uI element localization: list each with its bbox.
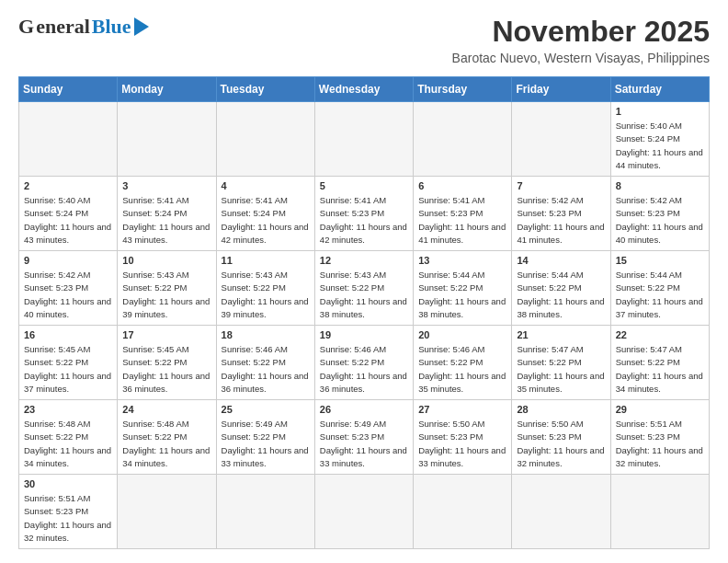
day-info: Sunrise: 5:44 AMSunset: 5:22 PMDaylight:…	[517, 269, 605, 321]
day-number: 28	[517, 404, 605, 415]
day-info: Sunrise: 5:44 AMSunset: 5:22 PMDaylight:…	[418, 269, 506, 321]
sunrise-text: Sunrise: 5:40 AM	[24, 195, 90, 205]
page-header: G eneral Blue November 2025 Barotac Nuev…	[18, 15, 710, 65]
day-info: Sunrise: 5:50 AMSunset: 5:23 PMDaylight:…	[517, 418, 605, 470]
logo-area: G eneral Blue	[18, 15, 149, 39]
day-number: 21	[517, 329, 605, 340]
sunrise-text: Sunrise: 5:43 AM	[222, 270, 288, 280]
day-info: Sunrise: 5:41 AMSunset: 5:24 PMDaylight:…	[222, 194, 310, 247]
day-info: Sunrise: 5:42 AMSunset: 5:23 PMDaylight:…	[517, 194, 605, 247]
sunrise-text: Sunrise: 5:41 AM	[122, 195, 188, 205]
calendar-cell: 30Sunrise: 5:51 AMSunset: 5:23 PMDayligh…	[19, 475, 118, 549]
sunrise-text: Sunrise: 5:41 AM	[418, 195, 484, 205]
day-info: Sunrise: 5:40 AMSunset: 5:24 PMDaylight:…	[24, 194, 112, 247]
calendar-cell: 10Sunrise: 5:43 AMSunset: 5:22 PMDayligh…	[118, 251, 216, 326]
day-number: 11	[222, 255, 310, 266]
sunset-text: Sunset: 5:23 PM	[24, 506, 88, 516]
daylight-text: Daylight: 11 hours and 38 minutes.	[418, 296, 506, 319]
daylight-text: Daylight: 11 hours and 43 minutes.	[24, 222, 111, 245]
daylight-text: Daylight: 11 hours and 33 minutes.	[222, 445, 309, 468]
sunrise-text: Sunrise: 5:49 AM	[222, 419, 288, 429]
calendar-cell	[19, 102, 118, 177]
day-number: 15	[616, 255, 704, 266]
logo-triangle-icon	[134, 17, 149, 36]
sunrise-text: Sunrise: 5:46 AM	[418, 344, 484, 354]
day-number: 12	[320, 255, 408, 266]
logo-general-g: G	[18, 15, 34, 39]
calendar-cell	[118, 475, 216, 549]
calendar-cell	[512, 475, 610, 549]
daylight-text: Daylight: 11 hours and 37 minutes.	[24, 371, 111, 394]
calendar-cell: 26Sunrise: 5:49 AMSunset: 5:23 PMDayligh…	[314, 400, 413, 475]
sunset-text: Sunset: 5:22 PM	[222, 431, 286, 442]
sunset-text: Sunset: 5:22 PM	[418, 357, 483, 367]
day-info: Sunrise: 5:42 AMSunset: 5:23 PMDaylight:…	[24, 269, 112, 321]
day-number: 3	[122, 180, 210, 191]
sunrise-text: Sunrise: 5:41 AM	[320, 195, 386, 205]
day-info: Sunrise: 5:47 AMSunset: 5:22 PMDaylight:…	[517, 343, 605, 396]
sunrise-text: Sunrise: 5:42 AM	[24, 270, 90, 280]
day-number: 26	[320, 404, 408, 415]
sunset-text: Sunset: 5:22 PM	[24, 431, 88, 442]
sunset-text: Sunset: 5:22 PM	[320, 357, 384, 367]
calendar-cell: 1Sunrise: 5:40 AMSunset: 5:24 PMDaylight…	[610, 102, 709, 177]
sunset-text: Sunset: 5:23 PM	[418, 431, 483, 442]
calendar-cell: 25Sunrise: 5:49 AMSunset: 5:22 PMDayligh…	[216, 400, 314, 475]
daylight-text: Daylight: 11 hours and 40 minutes.	[24, 296, 111, 319]
calendar-cell	[216, 102, 314, 177]
day-info: Sunrise: 5:51 AMSunset: 5:23 PMDaylight:…	[24, 492, 112, 545]
sunset-text: Sunset: 5:22 PM	[222, 282, 286, 293]
sunrise-text: Sunrise: 5:40 AM	[616, 121, 682, 131]
calendar-cell: 18Sunrise: 5:46 AMSunset: 5:22 PMDayligh…	[216, 326, 314, 400]
header-wednesday: Wednesday	[314, 77, 413, 102]
sunset-text: Sunset: 5:22 PM	[222, 357, 286, 367]
sunrise-text: Sunrise: 5:42 AM	[616, 195, 682, 205]
sunrise-text: Sunrise: 5:43 AM	[320, 270, 386, 280]
daylight-text: Daylight: 11 hours and 44 minutes.	[616, 147, 703, 170]
day-info: Sunrise: 5:42 AMSunset: 5:23 PMDaylight:…	[616, 194, 704, 247]
sunrise-text: Sunrise: 5:46 AM	[222, 344, 288, 354]
day-number: 5	[320, 180, 408, 191]
sunrise-text: Sunrise: 5:47 AM	[616, 344, 682, 354]
sunset-text: Sunset: 5:22 PM	[122, 282, 187, 293]
header-tuesday: Tuesday	[216, 77, 314, 102]
calendar-cell: 4Sunrise: 5:41 AMSunset: 5:24 PMDaylight…	[216, 177, 314, 251]
day-number: 16	[24, 329, 112, 340]
calendar-cell	[314, 475, 413, 549]
sunset-text: Sunset: 5:22 PM	[320, 282, 384, 293]
day-number: 17	[122, 329, 210, 340]
day-info: Sunrise: 5:46 AMSunset: 5:22 PMDaylight:…	[222, 343, 310, 396]
day-info: Sunrise: 5:47 AMSunset: 5:22 PMDaylight:…	[616, 343, 704, 396]
calendar-cell: 20Sunrise: 5:46 AMSunset: 5:22 PMDayligh…	[414, 326, 512, 400]
header-monday: Monday	[118, 77, 216, 102]
sunrise-text: Sunrise: 5:48 AM	[24, 419, 90, 429]
calendar-cell: 21Sunrise: 5:47 AMSunset: 5:22 PMDayligh…	[512, 326, 610, 400]
daylight-text: Daylight: 11 hours and 34 minutes.	[24, 445, 111, 468]
calendar-week-1: 1Sunrise: 5:40 AMSunset: 5:24 PMDaylight…	[19, 102, 710, 177]
calendar-cell: 7Sunrise: 5:42 AMSunset: 5:23 PMDaylight…	[512, 177, 610, 251]
day-info: Sunrise: 5:41 AMSunset: 5:23 PMDaylight:…	[418, 194, 506, 247]
header-saturday: Saturday	[610, 77, 709, 102]
calendar-header: Sunday Monday Tuesday Wednesday Thursday…	[19, 77, 710, 102]
calendar-cell: 15Sunrise: 5:44 AMSunset: 5:22 PMDayligh…	[610, 251, 709, 326]
sunrise-text: Sunrise: 5:44 AM	[418, 270, 484, 280]
sunrise-text: Sunrise: 5:47 AM	[517, 344, 583, 354]
day-info: Sunrise: 5:41 AMSunset: 5:24 PMDaylight:…	[122, 194, 210, 247]
logo-blue-text: Blue	[92, 15, 131, 39]
calendar-cell: 24Sunrise: 5:48 AMSunset: 5:22 PMDayligh…	[118, 400, 216, 475]
sunset-text: Sunset: 5:24 PM	[122, 208, 187, 218]
calendar-cell: 16Sunrise: 5:45 AMSunset: 5:22 PMDayligh…	[19, 326, 118, 400]
sunrise-text: Sunrise: 5:50 AM	[418, 419, 484, 429]
daylight-text: Daylight: 11 hours and 32 minutes.	[517, 445, 604, 468]
daylight-text: Daylight: 11 hours and 43 minutes.	[122, 222, 210, 245]
header-sunday: Sunday	[19, 77, 118, 102]
day-number: 20	[418, 329, 506, 340]
day-info: Sunrise: 5:41 AMSunset: 5:23 PMDaylight:…	[320, 194, 408, 247]
daylight-text: Daylight: 11 hours and 34 minutes.	[122, 445, 210, 468]
header-thursday: Thursday	[414, 77, 512, 102]
day-number: 19	[320, 329, 408, 340]
daylight-text: Daylight: 11 hours and 42 minutes.	[320, 222, 407, 245]
daylight-text: Daylight: 11 hours and 35 minutes.	[418, 371, 506, 394]
daylight-text: Daylight: 11 hours and 37 minutes.	[616, 296, 703, 319]
daylight-text: Daylight: 11 hours and 42 minutes.	[222, 222, 309, 245]
